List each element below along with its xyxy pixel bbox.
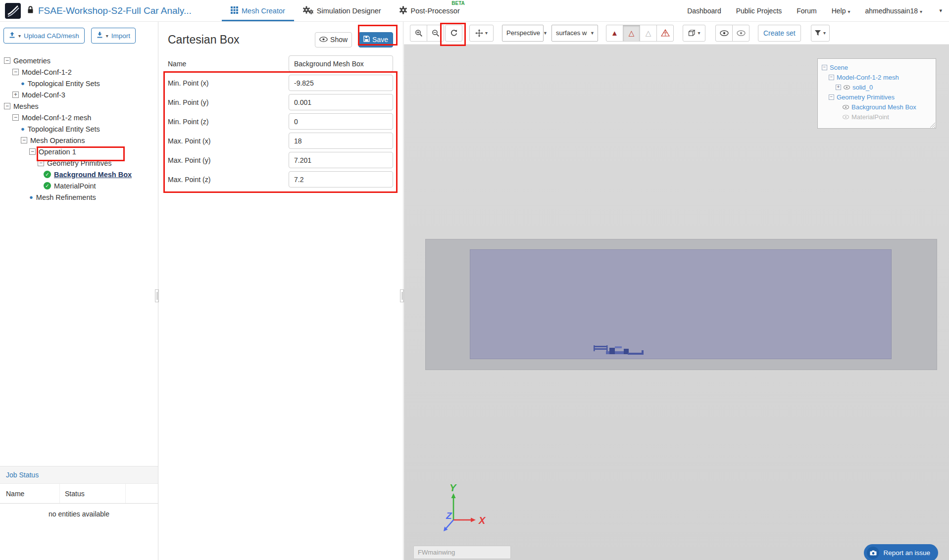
properties-panel: Cartesian Box Show Save Name Min. Point … (159, 22, 403, 560)
nav-link-dashboard[interactable]: Dashboard (687, 7, 721, 15)
max-x-field[interactable] (289, 133, 393, 149)
collapse-icon[interactable]: − (829, 94, 834, 100)
form-row-max-x: Max. Point (x) (168, 133, 393, 149)
max-x-label: Max. Point (x) (168, 137, 289, 145)
job-status-col-spacer (125, 484, 158, 503)
collapse-icon[interactable]: − (829, 75, 834, 80)
user-menu[interactable]: ahmedhussain18 ▾ (865, 7, 922, 15)
pan-button[interactable]: ▾ (469, 25, 494, 42)
help-menu[interactable]: Help ▾ (832, 7, 850, 15)
create-set-button[interactable]: Create set (758, 25, 801, 42)
visibility-eye-icon[interactable] (843, 113, 849, 121)
show-selected-button[interactable] (715, 25, 733, 42)
clip-cube-button[interactable]: ▾ (683, 25, 705, 42)
scene-item-geometry-primitives[interactable]: −Geometry Primitives (821, 92, 932, 102)
visibility-group (715, 25, 749, 42)
tab-post-processor[interactable]: BETA Post-Processor (390, 0, 469, 21)
min-y-field[interactable] (289, 94, 393, 110)
tree-item-geometries[interactable]: −Geometries (0, 55, 158, 66)
job-status-title: Job Status (0, 466, 158, 484)
render-mode-select[interactable]: surfaces with v▼ (551, 25, 598, 42)
form-row-min-y: Min. Point (y) (168, 94, 393, 110)
create-set-label: Create set (763, 29, 796, 37)
tree-item-label: Model-Conf-1-2 (22, 68, 72, 76)
tab-simulation-designer[interactable]: Simulation Designer (294, 0, 390, 21)
collapse-icon[interactable]: − (29, 148, 36, 155)
tree-item-materialpoint[interactable]: ✓MaterialPoint (0, 180, 158, 191)
import-button[interactable]: ▾ Import (91, 28, 136, 44)
scene-item-materialpoint[interactable]: MaterialPoint (821, 112, 932, 122)
collapse-icon[interactable]: − (38, 160, 44, 166)
scene-item-solid-0[interactable]: +solid_0 (821, 82, 932, 92)
report-issue-button[interactable]: Report an issue (864, 544, 938, 560)
collapse-icon[interactable]: − (12, 114, 19, 121)
upload-label: Upload CAD/mesh (24, 32, 79, 40)
tree-item-label: Topological Entity Sets (28, 125, 100, 133)
collapse-icon[interactable]: − (4, 103, 10, 109)
expand-icon[interactable]: + (12, 92, 19, 98)
min-z-field[interactable] (289, 113, 393, 130)
tree-item-background-mesh-box[interactable]: ✓Background Mesh Box (0, 169, 158, 180)
nav-link-forum[interactable]: Forum (797, 7, 816, 15)
zoom-out-button[interactable] (427, 25, 444, 42)
tree-item-mesh-operations[interactable]: −Mesh Operations (0, 135, 158, 146)
reset-view-button[interactable] (445, 25, 462, 42)
tree-item-geometry-primitives[interactable]: −Geometry Primitives (0, 157, 158, 169)
navbar-collapse-caret-icon[interactable]: ▾ (939, 7, 942, 14)
collapse-icon[interactable]: − (4, 57, 10, 64)
visibility-eye-icon[interactable] (843, 103, 849, 111)
expand-icon[interactable]: + (836, 85, 841, 90)
car-model-render[interactable] (593, 344, 645, 361)
overlay-resize-handle[interactable] (930, 122, 935, 128)
hide-selected-button[interactable] (732, 25, 749, 42)
tree-item-model-conf-1-2[interactable]: −Model-Conf-1-2 (0, 66, 158, 78)
tree-item-model-conf-1-2-mesh[interactable]: −Model-Conf-1-2 mesh (0, 112, 158, 123)
grid-icon (231, 6, 238, 15)
project-title[interactable]: FSAE-Workshop-S2-Full Car Analy... (38, 5, 192, 16)
name-field[interactable] (289, 55, 393, 72)
tree-item-model-conf-3[interactable]: +Model-Conf-3 (0, 89, 158, 100)
panel-splitter-handle[interactable] (400, 289, 404, 302)
tree-item-mesh-refinements[interactable]: ●Mesh Refinements (0, 191, 158, 203)
zoom-in-button[interactable] (410, 25, 427, 42)
form-row-max-z: Max. Point (z) (168, 171, 393, 187)
filter-button[interactable]: ▾ (811, 25, 830, 42)
app-logo-icon[interactable] (5, 3, 21, 19)
selection-name-input[interactable] (413, 546, 511, 559)
scene-item-model-mesh[interactable]: −Model-Conf-1-2 mesh (821, 72, 932, 82)
form-row-name: Name (168, 55, 393, 72)
scene-item-scene[interactable]: −Scene (821, 62, 932, 72)
upload-cad-button[interactable]: ▾ Upload CAD/mesh (3, 28, 85, 44)
scene-item-label: Model-Conf-1-2 mesh (837, 74, 899, 81)
mesh-surface-plain-button[interactable]: △ (640, 25, 657, 42)
nav-link-public-projects[interactable]: Public Projects (736, 7, 782, 15)
background-mesh-box-render[interactable] (425, 239, 937, 370)
chevron-down-icon: ▾ (18, 33, 21, 39)
tree-item-topological-entity-sets[interactable]: ●Topological Entity Sets (0, 78, 158, 89)
tree-item-label: Model-Conf-3 (22, 91, 65, 99)
tree-item-operation-1[interactable]: −Operation 1 (0, 146, 158, 157)
wireframe-triangle-icon (661, 29, 670, 37)
show-button[interactable]: Show (315, 32, 352, 47)
tree-item-label: Model-Conf-1-2 mesh (22, 114, 91, 122)
tree-item-topological-entity-sets-mesh[interactable]: ●Topological Entity Sets (0, 123, 158, 135)
min-x-field[interactable] (289, 75, 393, 91)
projection-select[interactable]: Perspective▼ (502, 25, 544, 42)
max-y-field[interactable] (289, 152, 393, 168)
mesh-box-face[interactable] (470, 249, 892, 359)
max-z-field[interactable] (289, 171, 393, 187)
sidebar-splitter-handle[interactable] (155, 289, 159, 302)
mesh-wireframe-button[interactable] (656, 25, 674, 42)
min-z-label: Min. Point (z) (168, 118, 289, 126)
tab-mesh-creator[interactable]: Mesh Creator (222, 0, 294, 21)
save-button[interactable]: Save (358, 32, 393, 47)
mesh-surface-outline-button[interactable]: △ (623, 25, 640, 42)
collapse-icon[interactable]: − (21, 137, 27, 143)
tree-item-meshes[interactable]: −Meshes (0, 100, 158, 112)
collapse-icon[interactable]: − (12, 69, 19, 75)
mesh-surface-solid-button[interactable]: ▲ (606, 25, 623, 42)
tree-item-label: Topological Entity Sets (28, 80, 100, 88)
collapse-icon[interactable]: − (822, 65, 827, 70)
scene-item-background-mesh-box[interactable]: Background Mesh Box (821, 102, 932, 112)
visibility-eye-icon[interactable] (844, 84, 850, 91)
